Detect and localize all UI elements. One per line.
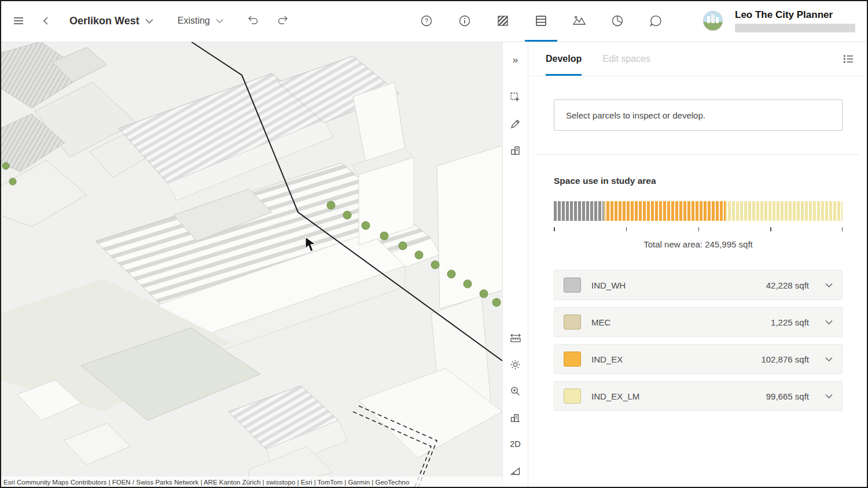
info-button[interactable] <box>446 0 484 42</box>
chevron-down-icon[interactable] <box>825 357 833 362</box>
chevron-down-icon[interactable] <box>825 283 833 288</box>
space-use-row-mec[interactable]: MEC 1,225 sqft <box>554 307 843 337</box>
surfaces-hatch-button[interactable] <box>484 0 522 42</box>
use-code: IND_WH <box>591 280 626 290</box>
zoom-magnifier-icon[interactable] <box>506 382 525 400</box>
space-use-row-ind-ex[interactable]: IND_EX 102,876 sqft <box>554 344 843 374</box>
space-use-list: IND_WH 42,228 sqft MEC 1,225 sqft <box>554 270 843 411</box>
redo-button[interactable] <box>277 15 289 27</box>
map-3d-view[interactable] <box>0 42 502 488</box>
pie-chart-button[interactable] <box>598 0 637 42</box>
back-button[interactable] <box>41 15 52 27</box>
svg-text:?: ? <box>425 17 428 24</box>
tab-edit-spaces[interactable]: Edit spaces <box>602 42 650 76</box>
user-name: Leo The City Planner <box>735 9 855 21</box>
space-use-bar <box>554 201 843 221</box>
space-use-row-ind-wh[interactable]: IND_WH 42,228 sqft <box>554 270 843 300</box>
chevron-down-icon[interactable] <box>825 320 833 325</box>
slope-icon[interactable] <box>506 461 525 480</box>
help-button[interactable]: ? <box>407 0 446 42</box>
bar-segment-IND_WH <box>554 201 604 221</box>
topbar-icon-group: ? <box>407 0 675 42</box>
daylight-sun-icon[interactable] <box>506 355 525 374</box>
space-use-title: Space use in study area <box>554 176 843 186</box>
scenario-landscape-button[interactable] <box>560 0 598 42</box>
scenario-dropdown[interactable]: Existing <box>178 16 223 26</box>
comments-button[interactable] <box>637 0 675 42</box>
develop-panel-button[interactable] <box>522 0 560 42</box>
space-use-row-ind-ex-lm[interactable]: IND_EX_LM 99,665 sqft <box>554 381 843 411</box>
color-swatch <box>564 315 581 330</box>
use-code: MEC <box>591 317 610 327</box>
map-tool-strip: » <box>502 42 528 488</box>
scenario-label: Existing <box>178 16 210 26</box>
user-identity: Leo The City Planner <box>735 9 855 32</box>
panel-divider <box>538 154 859 155</box>
use-code: IND_EX <box>591 354 623 364</box>
use-area: 99,665 sqft <box>766 391 809 401</box>
develop-panel: Develop Edit spaces Select parcels to in… <box>528 42 868 488</box>
bar-segment-IND_EX <box>605 201 726 221</box>
top-bar: Oerlikon West Existing <box>0 0 868 42</box>
expand-panel-button[interactable]: » <box>506 51 525 69</box>
bar-segment-MEC <box>604 201 605 221</box>
tab-develop[interactable]: Develop <box>546 42 582 76</box>
color-swatch <box>564 352 581 367</box>
color-swatch <box>564 389 581 404</box>
undo-button[interactable] <box>247 15 259 27</box>
use-area: 1,225 sqft <box>771 317 809 327</box>
use-area: 42,228 sqft <box>766 280 809 290</box>
project-title-dropdown[interactable]: Oerlikon West <box>69 15 153 27</box>
buildings-tool-icon[interactable] <box>506 141 525 160</box>
user-subtitle-redacted <box>735 24 855 32</box>
color-swatch <box>564 278 581 293</box>
project-title: Oerlikon West <box>69 15 139 27</box>
bar-segment-IND_EX_LM <box>726 201 843 221</box>
bar-axis-ticks <box>554 227 843 232</box>
map-attribution: Esri Community Maps Contributors | FOEN … <box>0 476 502 488</box>
select-parcels-icon[interactable] <box>506 88 525 106</box>
hamburger-menu-icon[interactable] <box>12 14 25 28</box>
use-code: IND_EX_LM <box>591 391 639 401</box>
edit-brush-icon[interactable] <box>506 114 525 133</box>
total-new-area: Total new area: 245,995 sqft <box>554 239 843 249</box>
map-viewport[interactable]: Esri Community Maps Contributors | FOEN … <box>0 42 502 488</box>
toggle-2d-button[interactable]: 2D <box>506 435 525 453</box>
user-avatar[interactable] <box>703 10 723 31</box>
app-window: Oerlikon West Existing <box>0 0 868 488</box>
city-3d-icon[interactable] <box>506 408 525 427</box>
parcel-hint-message: Select parcels to inspect or develop. <box>554 99 843 131</box>
chevron-down-icon[interactable] <box>825 394 833 399</box>
chevron-down-icon <box>216 19 223 24</box>
chevron-down-icon <box>145 19 153 24</box>
legend-list-icon[interactable] <box>843 42 854 76</box>
measure-icon[interactable] <box>506 328 525 347</box>
use-area: 102,876 sqft <box>761 354 809 364</box>
panel-tabbar: Develop Edit spaces <box>528 42 868 76</box>
